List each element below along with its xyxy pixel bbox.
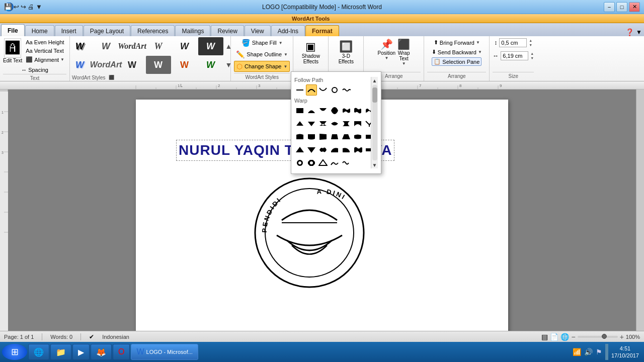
zoom-slider-thumb[interactable] (602, 334, 607, 339)
width-spinner[interactable]: ▲▼ (530, 51, 534, 60)
warp-tri-up[interactable] (294, 144, 305, 155)
view-web-icon[interactable]: 🌐 (560, 333, 569, 341)
wordart-style-7[interactable]: W (67, 56, 93, 74)
warp-flag-wave[interactable] (341, 105, 352, 116)
taskbar-clock[interactable]: 4:51 17/10/2017 (611, 345, 639, 359)
shape-arc-up[interactable] (306, 84, 317, 96)
tray-network-icon[interactable]: 📶 (573, 348, 581, 356)
shape-outline-btn[interactable]: ✏️ Shape Outline ▼ (234, 49, 290, 59)
warp-funnel[interactable] (352, 118, 363, 129)
tab-page-layout[interactable]: Page Layout (84, 25, 130, 36)
close-button[interactable]: ✕ (629, 2, 640, 12)
wordart-style-5[interactable]: W (172, 37, 197, 55)
height-input[interactable]: 0,5 cm (499, 38, 527, 47)
warp-arch[interactable] (306, 105, 317, 116)
warp-bulge[interactable] (329, 105, 340, 116)
taskbar-mediaplayer-btn[interactable]: ▶ (72, 344, 90, 360)
wordart-style-12[interactable]: W (198, 56, 223, 74)
send-backward-btn[interactable]: ⬇ Send Backward ▼ (429, 48, 485, 56)
warp-wave[interactable] (352, 105, 363, 116)
selection-pane-btn[interactable]: 📋 Selection Pane (432, 57, 481, 66)
shape-line[interactable] (294, 84, 305, 96)
warp-chevron-up[interactable] (294, 118, 305, 129)
minimize-button[interactable]: − (604, 2, 615, 12)
warp-rise[interactable] (329, 144, 340, 155)
warp-circle2[interactable] (294, 157, 305, 168)
zoom-minus-btn[interactable]: − (571, 333, 575, 341)
warp-trapezoid[interactable] (341, 131, 352, 142)
warp-rise-up[interactable] (294, 131, 305, 142)
wordart-style-9[interactable]: W (120, 56, 145, 74)
warp-square[interactable] (294, 105, 305, 116)
dropdown-scroll-down[interactable]: ▼ (371, 161, 378, 168)
zoom-plus-btn[interactable]: + (620, 333, 624, 341)
shape-circle[interactable] (329, 84, 340, 96)
alignment-btn[interactable]: ⬛ Alignment ▼ (24, 55, 66, 64)
restore-button[interactable]: □ (616, 2, 627, 12)
taskbar-explorer-btn[interactable]: 📁 (50, 344, 71, 360)
position-dropdown[interactable]: ▼ (384, 56, 388, 60)
shape-wave[interactable] (341, 84, 352, 96)
bring-forward-btn[interactable]: ⬆ Bring Forward ▼ (431, 38, 482, 47)
tab-home[interactable]: Home (25, 25, 54, 36)
change-shape-btn[interactable]: ⬡ Change Shape ▼ (234, 61, 290, 72)
threed-effects-btn[interactable]: 🔲 3-D Effects (336, 38, 357, 66)
wordart-style-2[interactable]: W (94, 37, 119, 55)
tray-show-desktop-btn[interactable] (605, 344, 608, 360)
vertical-text-btn[interactable]: Aa Vertical Text (24, 47, 66, 55)
shape-outline-dropdown[interactable]: ▼ (284, 52, 288, 57)
warp-fall[interactable] (341, 144, 352, 155)
wordart-style-3[interactable]: WordArt (120, 37, 145, 55)
warp-wave-open[interactable] (341, 157, 352, 168)
undo-icon[interactable]: ↩ (14, 3, 19, 11)
send-backward-dd[interactable]: ▼ (478, 50, 482, 54)
warp-trapezoid2[interactable] (352, 131, 363, 142)
tab-file[interactable]: File (1, 24, 25, 36)
print-icon[interactable]: 🖨 (28, 3, 34, 11)
taskbar-opera-btn[interactable]: O (113, 344, 130, 360)
warp-inflate[interactable] (329, 118, 340, 129)
shape-arc-down[interactable] (317, 84, 329, 96)
edit-text-icon[interactable]: 🅰 (4, 38, 21, 58)
wrap-text-dropdown[interactable]: ▼ (402, 61, 406, 66)
wordart-style-1[interactable]: W (67, 37, 93, 55)
width-input[interactable]: 6,19 cm (501, 51, 528, 60)
ribbon-help-icon[interactable]: ❓ (625, 28, 634, 36)
redo-icon[interactable]: ↪ (21, 3, 26, 11)
warp-arch-wave[interactable] (329, 157, 340, 168)
wordart-styles-expand-icon[interactable]: ⬛ (109, 75, 114, 80)
warp-fish[interactable] (317, 144, 329, 155)
tab-insert[interactable]: Insert (55, 25, 83, 36)
wordart-style-11[interactable]: W (172, 56, 197, 74)
warp-tri-up2[interactable] (317, 157, 329, 168)
zoom-slider[interactable] (578, 336, 618, 338)
ribbon-minimize-icon[interactable]: ▼ (636, 29, 642, 36)
dropdown-scroll-thumb[interactable] (372, 87, 377, 103)
warp-arch-down[interactable] (317, 105, 329, 116)
warp-tri-down[interactable] (306, 144, 317, 155)
wrap-text-btn[interactable]: ⬛ Wrap Text ▼ (397, 38, 410, 66)
wordart-style-8[interactable]: WordArt (94, 56, 119, 74)
tab-view[interactable]: View (245, 25, 271, 36)
warp-deflate[interactable] (341, 118, 352, 129)
spacing-btn[interactable]: ↔ Spacing (19, 66, 50, 74)
warp-perspective[interactable] (329, 131, 340, 142)
taskbar-ie-btn[interactable]: 🌐 (28, 344, 49, 360)
wordart-style-10[interactable]: W (146, 56, 171, 74)
wordart-style-6[interactable]: W (198, 37, 223, 55)
warp-w3[interactable] (352, 144, 363, 155)
taskbar-firefox-btn[interactable]: 🦊 (91, 344, 112, 360)
tray-volume-icon[interactable]: 🔊 (584, 348, 593, 356)
warp-chevron-down[interactable] (306, 118, 317, 129)
view-reading-icon[interactable]: 📄 (550, 333, 558, 341)
warp-chevron-v[interactable] (317, 118, 329, 129)
start-button[interactable]: ⊞ (2, 344, 27, 360)
save-icon[interactable]: 💾 (4, 3, 12, 11)
view-normal-icon[interactable]: ▤ (541, 333, 548, 341)
wordart-style-4[interactable]: W (146, 37, 171, 55)
shape-fill-btn[interactable]: 🪣 Shape Fill ▼ (239, 38, 285, 48)
change-shape-dropdown[interactable]: ▼ (283, 64, 287, 69)
tray-notification-icon[interactable]: ⚑ (596, 348, 602, 356)
shadow-effects-btn[interactable]: ▣ Shadow Effects (299, 38, 323, 66)
tab-review[interactable]: Review (211, 25, 244, 36)
